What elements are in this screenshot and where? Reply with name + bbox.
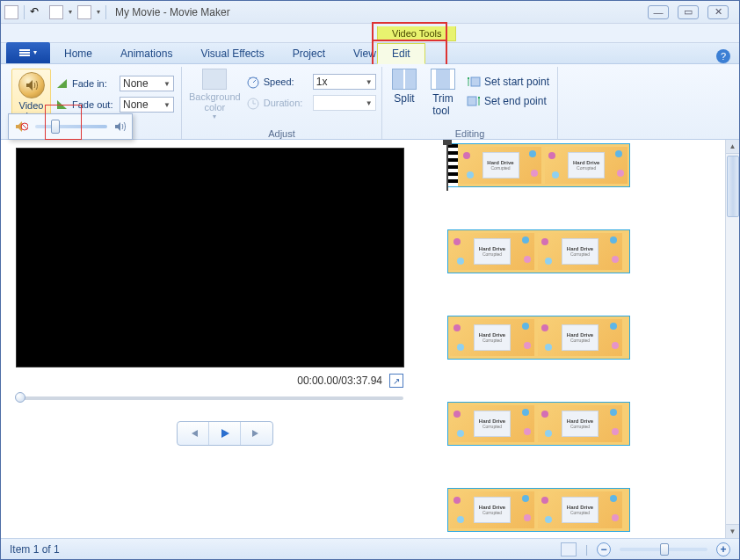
clip-thumbnail: Hard DriveCorrupted (460, 147, 542, 184)
clip-thumbnail: Hard DriveCorrupted (538, 491, 622, 528)
play-button[interactable] (209, 422, 241, 445)
speaker-icon (18, 72, 45, 98)
clip-thumbnail: Hard DriveCorrupted (538, 233, 622, 270)
fade-in-icon (56, 77, 69, 90)
volume-slider-popout (8, 113, 133, 140)
speaker-max-icon[interactable] (114, 120, 127, 133)
vertical-scrollbar[interactable]: ▲ ▼ (725, 140, 739, 538)
chevron-down-icon: ▼ (366, 78, 373, 86)
scroll-down-button[interactable]: ▼ (726, 524, 739, 538)
help-button[interactable]: ? (716, 49, 730, 63)
clip[interactable]: Hard DriveCorrupted Hard DriveCorrupted (447, 402, 630, 446)
quick-access-toolbar: ↶ ▾ ▾ (4, 5, 106, 19)
volume-slider[interactable] (35, 125, 107, 128)
ribbon-tabs: Home Animations Visual Effects Project V… (1, 43, 739, 64)
tab-edit[interactable]: Edit (377, 43, 425, 64)
close-button[interactable]: ✕ (707, 5, 729, 19)
duration-icon (246, 96, 260, 110)
prev-frame-button[interactable] (178, 422, 209, 445)
timeline-pane: Hard DriveCorrupted Hard DriveCorrupted … (440, 140, 739, 538)
chevron-down-icon: ▼ (163, 101, 170, 109)
clip[interactable]: Hard DriveCorrupted Hard DriveCorrupted (447, 488, 630, 532)
clip[interactable]: Hard DriveCorrupted Hard DriveCorrupted (447, 229, 630, 273)
content-area: 00:00.00/03:37.94 ↗ (1, 140, 739, 538)
clip-thumbnail: Hard DriveCorrupted (450, 319, 534, 356)
scroll-up-button[interactable]: ▲ (726, 140, 739, 154)
undo-icon[interactable]: ↶ (30, 5, 44, 19)
svg-rect-0 (19, 49, 30, 51)
preview-video[interactable] (17, 149, 403, 367)
fullscreen-button[interactable]: ↗ (389, 374, 403, 388)
file-menu-button[interactable] (6, 42, 50, 63)
speed-label: Speed: (264, 76, 309, 87)
preview-pane: 00:00.00/03:37.94 ↗ (1, 140, 440, 538)
speed-icon (246, 75, 260, 89)
svg-rect-5 (471, 77, 480, 86)
split-icon (392, 69, 417, 90)
window-title: My Movie - Movie Maker (115, 6, 230, 18)
clip-thumbnail: Hard DriveCorrupted (538, 319, 622, 356)
playhead[interactable] (446, 140, 448, 191)
chevron-down-icon: ▼ (163, 80, 170, 88)
group-label-editing: Editing (382, 128, 557, 139)
app-window: ↶ ▾ ▾ My Movie - Movie Maker — ▭ ✕ Video… (0, 0, 740, 560)
minimize-button[interactable]: — (648, 5, 669, 19)
zoom-slider[interactable] (620, 548, 707, 551)
qat-dropdown-icon[interactable]: ▾ (69, 8, 72, 16)
title-bar: ↶ ▾ ▾ My Movie - Movie Maker — ▭ ✕ (1, 1, 739, 24)
fade-out-label: Fade out: (72, 99, 116, 110)
trim-icon (431, 69, 455, 90)
fade-in-combo[interactable]: None▼ (120, 76, 174, 91)
tab-home[interactable]: Home (50, 44, 106, 63)
volume-slider-thumb[interactable] (51, 120, 60, 134)
zoom-out-button[interactable]: − (597, 542, 611, 556)
set-end-point-button[interactable]: Set end point (467, 95, 549, 107)
seek-thumb[interactable] (15, 392, 25, 403)
seek-bar[interactable] (17, 396, 403, 400)
speed-combo[interactable]: 1x▼ (313, 74, 376, 90)
clip-thumbnail: Hard DriveCorrupted (538, 405, 622, 442)
clip[interactable]: Hard DriveCorrupted Hard DriveCorrupted (447, 316, 630, 360)
app-icon (4, 5, 18, 19)
chevron-down-icon: ▼ (366, 99, 373, 107)
view-toggle-button[interactable] (561, 542, 577, 556)
svg-rect-1 (19, 52, 30, 54)
mute-icon[interactable] (14, 120, 28, 134)
tab-animations[interactable]: Animations (106, 44, 186, 63)
status-text: Item 1 of 1 (10, 543, 60, 556)
context-tab-strip: Video Tools (1, 24, 739, 43)
scrollbar-thumb[interactable] (727, 156, 739, 217)
qat-button[interactable] (49, 5, 63, 19)
clip-row: Hard DriveCorrupted Hard DriveCorrupted (447, 316, 722, 360)
playback-controls (17, 421, 433, 446)
zoom-slider-thumb[interactable] (660, 543, 669, 556)
group-label-adjust: Adjust (182, 128, 381, 139)
set-start-point-button[interactable]: Set start point (467, 76, 549, 88)
zoom-in-button[interactable]: + (716, 542, 730, 556)
clip-row: Hard DriveCorrupted Hard DriveCorrupted (447, 488, 722, 532)
end-point-icon (467, 95, 481, 107)
fade-out-icon (56, 98, 69, 111)
context-tab-group-label: Video Tools (377, 26, 456, 41)
clip[interactable]: Hard DriveCorrupted Hard DriveCorrupted (447, 143, 630, 187)
color-swatch-icon (202, 69, 227, 90)
fade-out-combo[interactable]: None▼ (120, 97, 174, 113)
next-frame-button[interactable] (241, 422, 272, 445)
duration-combo: ▼ (313, 95, 376, 111)
qat-button-2[interactable] (77, 5, 91, 19)
start-point-icon (467, 76, 481, 88)
clip-thumbnail: Hard DriveCorrupted (450, 405, 534, 442)
qat-dropdown-icon-2[interactable]: ▾ (97, 8, 100, 16)
svg-rect-6 (468, 97, 476, 105)
film-strip-icon (447, 144, 458, 186)
status-bar: Item 1 of 1 | − + (1, 538, 739, 559)
clip-thumbnail: Hard DriveCorrupted (450, 233, 534, 270)
playback-time: 00:00.00/03:37.94 (297, 375, 382, 387)
clip-row: Hard DriveCorrupted Hard DriveCorrupted (447, 229, 722, 273)
clip-row: Hard DriveCorrupted Hard DriveCorrupted (447, 402, 722, 446)
clip-thumbnail: Hard DriveCorrupted (545, 147, 628, 184)
tab-project[interactable]: Project (279, 44, 339, 63)
maximize-button[interactable]: ▭ (678, 5, 699, 19)
tab-visual-effects[interactable]: Visual Effects (186, 44, 278, 63)
svg-rect-2 (19, 55, 30, 56)
